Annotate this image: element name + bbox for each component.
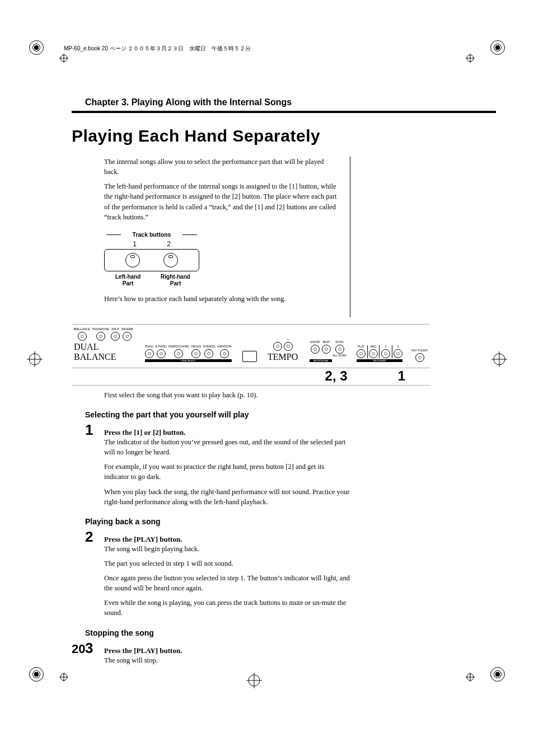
callout-1: 1 xyxy=(398,368,405,384)
lbl-metronome: METRONOME xyxy=(310,359,332,362)
lcd-display-icon xyxy=(242,351,257,362)
track-figure-numbers: 1 2 xyxy=(104,240,199,248)
sec3-p1: The song will stop. xyxy=(104,655,350,665)
track-figure-label: Track buttons xyxy=(104,231,199,238)
intro-p2: The left-hand performance of the interna… xyxy=(104,181,339,222)
lbl-t1: 1 xyxy=(385,345,387,348)
panel-figure: BRILLIANCE TRANSPOSE SPLIT REVERB DUAL B… xyxy=(72,324,430,386)
intro-p3: Here’s how to practice each hand separat… xyxy=(104,294,339,304)
panel-button-icon xyxy=(96,332,105,341)
track-figure-bottom-labels: Left-hand Part Right-hand Part xyxy=(104,274,199,287)
registration-mark xyxy=(466,673,475,682)
lbl-keytouch: KEY TOUCH xyxy=(411,349,428,352)
book-meta-line: MP-60_e.book 20 ページ ２００５年３月２３日 水曜日 午後５時５… xyxy=(64,45,496,53)
panel-button-icon xyxy=(381,349,390,358)
step-1-row: 1 Press the [1] or [2] button. xyxy=(85,422,496,437)
lbl-dual-balance: DUAL BALANCE xyxy=(74,342,133,362)
sec1-p2: For example, if you want to practice the… xyxy=(104,462,350,482)
lbl-brilliance: BRILLIANCE xyxy=(74,328,90,331)
panel-button-icon xyxy=(322,345,331,354)
panel-button-icon xyxy=(394,349,402,358)
sec1-p3: When you play back the song, the right-h… xyxy=(104,487,350,507)
track-buttons-figure: Track buttons 1 2 Left-hand Part Right-h… xyxy=(104,231,199,287)
registration-mark xyxy=(27,351,43,367)
lbl-all-song: ALL SONG xyxy=(332,354,346,357)
sec2-p3: Once again press the button you selected… xyxy=(104,573,350,593)
track-num-2: 2 xyxy=(167,240,171,248)
panel-button-icon xyxy=(174,349,183,358)
crop-dot-tl xyxy=(29,40,44,55)
panel-row: BRILLIANCE TRANSPOSE SPLIT REVERB DUAL B… xyxy=(72,324,430,368)
right-hand-label: Right-hand xyxy=(161,274,190,280)
chapter-heading: Chapter 3. Playing Along with the Intern… xyxy=(85,97,496,107)
lbl-tempo: TEMPO xyxy=(268,352,298,362)
registration-mark xyxy=(59,673,68,682)
lbl-t2: 2 xyxy=(397,345,399,348)
sec3-heading: Stopping the song xyxy=(85,628,496,637)
lbl-harpsi: HARPSICHORD xyxy=(168,345,189,348)
callout-2-3: 2, 3 xyxy=(325,368,348,384)
left-hand-part-label: Part xyxy=(123,280,133,287)
intro-p1: The internal songs allow you to select t… xyxy=(104,157,339,177)
left-hand-label: Left-hand xyxy=(115,274,141,280)
track-button-1-icon xyxy=(125,253,140,267)
step-3-row: 3 Press the [PLAY] button. xyxy=(85,641,496,655)
panel-button-icon xyxy=(145,349,154,358)
sec2-p4: Even while the song is playing, you can … xyxy=(104,598,350,618)
lbl-epiano: E.PIANO xyxy=(156,345,167,348)
step-number-3: 3 xyxy=(85,641,104,655)
step-2-row: 2 Press the [PLAY] button. xyxy=(85,529,496,544)
lbl-transpose: TRANSPOSE xyxy=(92,328,109,331)
step-2-title: Press the [PLAY] button. xyxy=(104,530,182,544)
after-panel-text: First select the song that you want to p… xyxy=(104,390,350,400)
panel-button-icon xyxy=(284,342,293,351)
page-title: Playing Each Hand Separately xyxy=(72,126,496,145)
track-figure-box xyxy=(104,249,199,271)
panel-button-icon xyxy=(335,345,344,354)
step-number-1: 1 xyxy=(85,422,104,437)
panel-button-icon xyxy=(111,332,120,341)
track-button-2-icon xyxy=(163,253,178,267)
sec2-p2: The part you selected in step 1 will not… xyxy=(104,558,350,569)
lbl-rec: REC xyxy=(371,345,377,348)
panel-button-icon xyxy=(220,349,229,358)
registration-mark xyxy=(246,673,262,688)
panel-button-icon xyxy=(204,349,213,358)
track-num-1: 1 xyxy=(133,240,137,248)
panel-button-icon xyxy=(123,332,132,341)
sec2-p1: The song will begin playing back. xyxy=(104,544,350,554)
lbl-play: PLAY xyxy=(358,345,364,348)
sec1-heading: Selecting the part that you yourself wil… xyxy=(85,410,496,419)
lbl-beat: BEAT xyxy=(323,341,330,344)
lbl-song: SONG xyxy=(335,341,344,344)
panel-button-icon xyxy=(311,345,320,354)
lbl-plus: + xyxy=(287,338,289,341)
lbl-organ: ORGAN xyxy=(191,345,201,348)
lbl-reverb: REVERB xyxy=(121,328,133,331)
panel-button-icon xyxy=(157,349,166,358)
lbl-recorder: RECORDER xyxy=(357,359,402,362)
panel-callouts: 2, 3 1 xyxy=(72,368,430,386)
lbl-strings: STRINGS xyxy=(203,345,215,348)
panel-button-icon xyxy=(273,342,282,351)
right-hand-part-label: Part xyxy=(170,280,181,287)
page-content: MP-60_e.book 20 ページ ２００５年３月２３日 水曜日 午後５時５… xyxy=(72,45,496,670)
lbl-onoff: ON/OFF xyxy=(310,341,320,344)
registration-mark xyxy=(59,54,68,63)
lbl-split: SPLIT xyxy=(111,328,119,331)
step-1-title: Press the [1] or [2] button. xyxy=(104,424,185,437)
intro-block: The internal songs allow you to select t… xyxy=(104,157,350,317)
heading-rule xyxy=(72,111,496,113)
step-3-title: Press the [PLAY] button. xyxy=(104,642,182,655)
panel-button-icon xyxy=(357,349,366,358)
lbl-minus: − xyxy=(277,338,278,341)
sec1-p1: The indicator of the button you’ve press… xyxy=(104,437,350,457)
crop-dot-bl xyxy=(29,667,44,682)
lbl-piano: PIANO xyxy=(145,345,154,348)
lbl-tone-select: TONE SELECT xyxy=(145,359,232,362)
panel-button-icon xyxy=(78,332,87,341)
panel-button-icon xyxy=(415,353,424,362)
sec2-heading: Playing back a song xyxy=(85,517,496,526)
panel-button-icon xyxy=(191,349,200,358)
lbl-variation: VARIATION xyxy=(217,345,231,348)
